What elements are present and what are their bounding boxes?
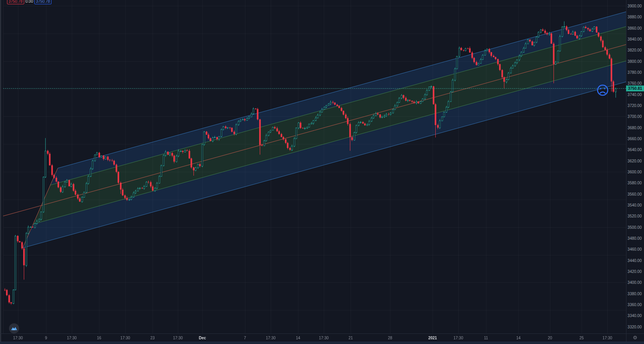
- last-price-dashed-line: [3, 88, 626, 89]
- time-axis-label: 17:30: [266, 335, 275, 340]
- time-axis-label: 9: [45, 335, 47, 340]
- time-axis[interactable]: 17:30917:301617:302317:30Dec717:301417:3…: [0, 333, 644, 342]
- time-axis-label: 20: [548, 335, 552, 340]
- pane-left-border: [3, 0, 4, 333]
- chart-root: 3750.78 0.00 3750.78 3900.003880.003860.…: [0, 0, 644, 344]
- drawing-price-chip-zero: 0.00: [25, 0, 34, 4]
- drawing-price-chip-blue: 3750.78: [34, 0, 51, 4]
- time-axis-label: 7: [244, 335, 246, 340]
- bottom-bar: [0, 342, 644, 344]
- time-axis-label: 17:30: [319, 335, 328, 340]
- price-axis-label: 3720.00: [628, 103, 642, 108]
- price-axis-label: 3420.00: [628, 269, 642, 274]
- price-axis-label: 3340.00: [628, 314, 642, 318]
- left-edge-strip: [0, 0, 1, 344]
- last-price-label: 3750.81: [626, 86, 644, 91]
- price-axis-label: 3400.00: [628, 280, 642, 285]
- price-axis-label: 3800.00: [628, 59, 642, 63]
- time-axis-label: 28: [388, 335, 392, 340]
- price-axis-label: 3780.00: [628, 70, 642, 75]
- time-axis-label: 14: [516, 335, 520, 340]
- price-axis-label: 3760.00: [628, 81, 642, 86]
- time-axis-label: 23: [150, 335, 154, 340]
- time-axis-label: Dec: [199, 335, 206, 340]
- price-axis[interactable]: 3900.003880.003860.003840.003820.003800.…: [626, 0, 644, 333]
- price-axis-label: 3620.00: [628, 159, 642, 163]
- price-axis-label: 3380.00: [628, 291, 642, 296]
- price-axis-label: 3860.00: [628, 26, 642, 30]
- price-axis-label: 3900.00: [628, 4, 642, 8]
- time-axis-label: 21: [348, 335, 353, 340]
- time-axis-label: 17:30: [13, 335, 23, 340]
- sad-face-sticker-icon[interactable]: [596, 84, 609, 97]
- timezone-settings-gear-icon[interactable]: ⚙: [633, 335, 637, 340]
- price-axis-label: 3520.00: [628, 214, 642, 218]
- price-axis-label: 3480.00: [628, 236, 642, 241]
- price-axis-label: 3580.00: [628, 181, 642, 185]
- price-axis-label: 3740.00: [628, 92, 642, 96]
- price-axis-label: 3500.00: [628, 225, 642, 229]
- time-axis-label: 11: [484, 335, 488, 340]
- price-axis-label: 3460.00: [628, 247, 642, 251]
- price-axis-label: 3820.00: [628, 48, 642, 52]
- price-axis-label: 3360.00: [628, 303, 642, 307]
- drawing-price-chip-red: 3750.78: [7, 0, 24, 4]
- time-axis-label: 14: [296, 335, 300, 340]
- price-axis-label: 3840.00: [628, 37, 642, 41]
- price-axis-label: 3880.00: [628, 15, 642, 19]
- price-axis-label: 3640.00: [628, 148, 642, 152]
- price-axis-label: 3440.00: [628, 258, 642, 262]
- time-axis-label: 17:30: [120, 335, 130, 340]
- price-axis-label: 3600.00: [628, 170, 642, 174]
- price-axis-label: 3320.00: [628, 324, 642, 329]
- time-axis-label: 25: [579, 335, 584, 340]
- time-axis-label: 17:30: [173, 335, 183, 340]
- price-axis-label: 3680.00: [628, 125, 642, 130]
- logo-mountains-button[interactable]: [9, 323, 20, 334]
- time-axis-label: 17:30: [453, 335, 463, 340]
- candlestick-canvas[interactable]: [0, 0, 626, 333]
- time-axis-label: 17:30: [67, 335, 76, 340]
- price-axis-label: 3700.00: [628, 114, 642, 119]
- time-axis-label: 17:30: [602, 335, 612, 340]
- price-axis-label: 3660.00: [628, 137, 642, 141]
- price-axis-label: 3540.00: [628, 203, 642, 207]
- time-axis-label: 2021: [428, 335, 437, 340]
- price-axis-label: 3560.00: [628, 192, 642, 196]
- time-axis-label: 16: [97, 335, 101, 340]
